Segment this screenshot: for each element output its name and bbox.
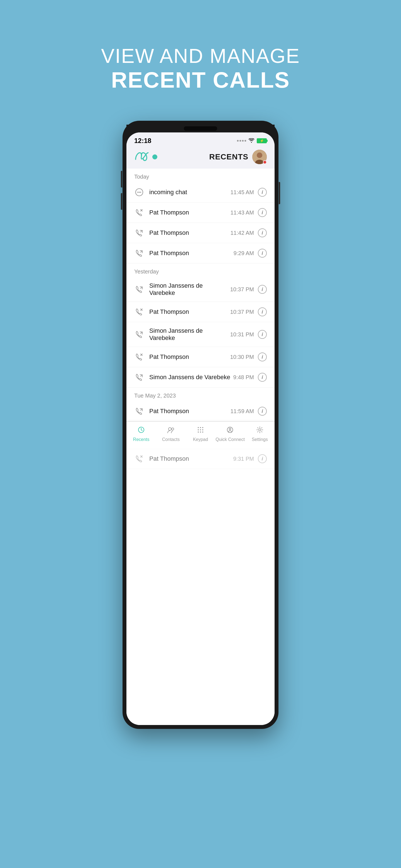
status-bar: 12:18 ⚡	[126, 132, 275, 147]
info-button[interactable]: i	[258, 249, 267, 258]
call-name: Pat Thompson	[149, 353, 230, 361]
call-time: 11:45 AM	[230, 189, 254, 195]
status-icons: ⚡	[237, 138, 267, 144]
svg-point-8	[169, 428, 171, 430]
phone-screen: 12:18 ⚡	[126, 132, 275, 725]
status-time: 12:18	[134, 137, 151, 145]
logo-area	[134, 151, 157, 163]
call-item[interactable]: Pat Thompson 11:42 AM i	[126, 223, 275, 243]
info-button[interactable]: i	[258, 208, 267, 217]
svg-point-5	[139, 192, 140, 193]
svg-point-18	[202, 432, 203, 433]
info-button[interactable]: i	[258, 188, 267, 197]
online-status-dot	[152, 154, 157, 159]
contacts-icon	[167, 426, 175, 435]
call-time: 11:43 AM	[230, 210, 254, 216]
tab-recents[interactable]: Recents	[126, 426, 156, 442]
avatar[interactable]	[252, 150, 267, 164]
call-name: Pat Thompson	[149, 308, 230, 315]
call-time: 10:31 PM	[230, 331, 254, 338]
call-time: 9:29 AM	[234, 250, 254, 256]
tab-keypad[interactable]: Keypad	[186, 426, 215, 442]
incoming-call-icon	[134, 208, 144, 218]
info-button[interactable]: i	[258, 454, 267, 463]
call-name: incoming chat	[149, 189, 230, 196]
info-button[interactable]: i	[258, 330, 267, 339]
tab-keypad-label: Keypad	[193, 437, 208, 442]
outgoing-call-icon	[134, 228, 144, 238]
tab-settings-label: Settings	[252, 437, 268, 442]
info-button[interactable]: i	[258, 285, 267, 294]
incoming-call-icon	[134, 454, 144, 464]
screen-title: RECENTS	[209, 152, 249, 161]
call-name: Simon Janssens de Varebeke	[149, 282, 230, 297]
outgoing-call-icon	[134, 248, 144, 258]
volume-up-button[interactable]	[121, 171, 122, 187]
tab-contacts-label: Contacts	[162, 437, 180, 442]
svg-point-21	[259, 429, 261, 431]
call-name: Pat Thompson	[149, 250, 234, 257]
notch	[126, 125, 275, 132]
incoming-call-icon	[134, 307, 144, 317]
call-time: 10:30 PM	[230, 354, 254, 360]
header-right: RECENTS	[209, 150, 267, 164]
incoming-call-icon	[134, 352, 144, 362]
tab-contacts[interactable]: Contacts	[156, 426, 185, 442]
call-item[interactable]: Pat Thompson 9:31 PM i	[126, 449, 275, 469]
call-item[interactable]: Pat Thompson 11:43 AM i	[126, 203, 275, 223]
hero-line2: RECENT CALLS	[101, 67, 300, 93]
hero-section: VIEW AND MANAGE RECENT CALLS	[101, 0, 300, 121]
signal-dots	[237, 140, 246, 142]
call-name: Pat Thompson	[149, 408, 230, 415]
call-name: Simon Janssens de Varebeke	[149, 374, 233, 381]
quick-connect-icon	[226, 426, 234, 435]
call-item[interactable]: Simon Janssens de Varebeke 10:31 PM i	[126, 322, 275, 347]
phone-device: 12:18 ⚡	[122, 121, 279, 729]
call-time: 9:48 PM	[233, 374, 254, 380]
hero-line1: VIEW AND MANAGE	[101, 44, 300, 67]
call-time: 10:37 PM	[230, 286, 254, 293]
svg-point-16	[198, 432, 199, 433]
info-button[interactable]: i	[258, 407, 267, 416]
tab-recents-label: Recents	[133, 437, 149, 442]
chat-icon	[134, 187, 144, 197]
svg-point-9	[172, 428, 174, 430]
svg-point-4	[137, 192, 138, 193]
battery-icon: ⚡	[257, 138, 267, 143]
call-item[interactable]: Simon Janssens de Varebeke 10:37 PM i	[126, 277, 275, 302]
outgoing-call-icon	[134, 372, 144, 382]
power-button[interactable]	[279, 182, 280, 204]
svg-point-14	[200, 429, 201, 430]
call-time: 10:37 PM	[230, 309, 254, 315]
volume-down-button[interactable]	[121, 193, 122, 210]
app-header: RECENTS	[126, 147, 275, 168]
info-button[interactable]: i	[258, 373, 267, 382]
recording-dot	[263, 160, 267, 164]
svg-point-11	[200, 427, 201, 428]
content-area: Today incoming chat 11:45 AM i	[126, 168, 275, 725]
call-time: 11:59 AM	[230, 408, 254, 414]
svg-point-1	[257, 152, 262, 158]
svg-point-6	[140, 192, 141, 193]
info-button[interactable]: i	[258, 307, 267, 316]
call-name: Pat Thompson	[149, 229, 230, 237]
notch-pill	[184, 126, 217, 131]
info-button[interactable]: i	[258, 352, 267, 362]
keypad-icon	[197, 426, 204, 435]
tab-settings[interactable]: Settings	[245, 426, 275, 442]
outgoing-call-icon	[134, 284, 144, 294]
call-item[interactable]: Pat Thompson 10:30 PM i	[126, 347, 275, 367]
tab-quick-connect[interactable]: Quick Connect	[215, 426, 245, 442]
call-item[interactable]: Pat Thompson 10:37 PM i	[126, 302, 275, 322]
tab-quick-connect-label: Quick Connect	[216, 437, 245, 442]
call-item[interactable]: incoming chat 11:45 AM i	[126, 182, 275, 203]
info-button[interactable]: i	[258, 228, 267, 237]
call-item[interactable]: Pat Thompson 9:29 AM i	[126, 243, 275, 264]
wifi-icon	[249, 138, 255, 144]
battery-bolt: ⚡	[257, 139, 266, 143]
call-item[interactable]: Pat Thompson 11:59 AM i	[126, 401, 275, 422]
svg-point-20	[229, 428, 231, 430]
call-time: 9:31 PM	[233, 456, 254, 462]
call-item[interactable]: Simon Janssens de Varebeke 9:48 PM i	[126, 367, 275, 388]
outgoing-call-icon	[134, 406, 144, 416]
